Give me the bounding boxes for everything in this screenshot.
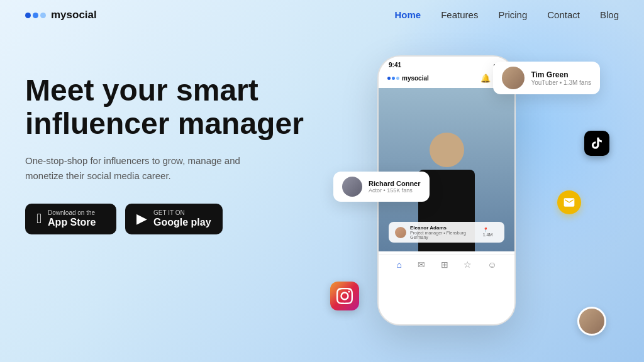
tim-name: Tim Green (531, 70, 591, 79)
richard-name: Richard Conner (369, 180, 421, 187)
googleplay-text: GET IT ON Google play (153, 210, 211, 228)
phone-nav-messages: ✉ (418, 260, 425, 270)
phone-logo-row: mysocial (387, 75, 429, 82)
logo[interactable]: mysocial (25, 9, 97, 21)
nav-contact[interactable]: Contact (547, 9, 580, 20)
phone-nav-bookmark: ☆ (464, 260, 472, 270)
navbar: mysocial Home Features Pricing Contact B… (0, 0, 644, 30)
phone-nav-grid: ⊞ (441, 260, 448, 270)
bottom-right-avatar (577, 307, 606, 336)
yellow-notification-badge (557, 190, 581, 214)
apple-icon:  (36, 212, 42, 226)
notif-followers: 📍 1.4M (483, 228, 498, 237)
phone-nav-profile: ☺ (487, 260, 496, 270)
hero-right: 9:41 ●●● mysocial 🔔 🔍 (327, 49, 619, 354)
tim-desc: YouTuber • 1.3M fans (531, 79, 591, 86)
notif-name: Eleanor Adams (410, 225, 479, 231)
notif-avatar (395, 227, 406, 238)
nav-features[interactable]: Features (441, 9, 478, 20)
appstore-button[interactable]:  Download on the App Store (25, 204, 116, 234)
nav-pricing[interactable]: Pricing (498, 9, 527, 20)
notif-info: Eleanor Adams Project manager • Flensbur… (410, 225, 479, 239)
hero-title: Meet your smart influencer manager (25, 74, 327, 141)
logo-dot-3 (40, 13, 46, 18)
instagram-badge (330, 282, 359, 310)
phone-content-image: Eleanor Adams Project manager • Flensbur… (379, 88, 514, 251)
phone-logo-dots (387, 77, 399, 80)
tim-avatar (502, 67, 525, 89)
phone-time: 9:41 (389, 62, 401, 69)
float-card-richard: Richard Conner Actor • 155K fans (333, 172, 430, 202)
hero-left: Meet your smart influencer manager One-s… (25, 49, 327, 234)
phone-dot-1 (387, 77, 391, 80)
logo-dot-2 (33, 13, 38, 18)
nav-blog[interactable]: Blog (600, 9, 619, 20)
notif-role: Project manager • Flensburg Germany (410, 231, 479, 239)
phone-bell-icon: 🔔 (480, 74, 491, 83)
hero-subtitle: One-stop-shop for influencers to grow, m… (25, 153, 245, 184)
nav-links: Home Features Pricing Contact Blog (395, 9, 619, 21)
logo-dot-1 (25, 13, 31, 18)
phone-notification-bar: Eleanor Adams Project manager • Flensbur… (389, 222, 504, 243)
tiktok-badge (584, 131, 609, 156)
float-card-tim: Tim Green YouTuber • 1.3M fans (493, 62, 600, 94)
richard-desc: Actor • 155K fans (369, 187, 421, 194)
richard-avatar (342, 177, 362, 197)
logo-text: mysocial (51, 9, 97, 21)
phone-dot-3 (396, 77, 399, 80)
hero-section: Meet your smart influencer manager One-s… (0, 30, 644, 354)
tim-info: Tim Green YouTuber • 1.3M fans (531, 70, 591, 86)
logo-icon (25, 13, 46, 18)
appstore-text: Download on the App Store (48, 210, 96, 228)
phone-app-name: mysocial (402, 75, 429, 82)
nav-home[interactable]: Home (395, 9, 421, 20)
phone-dot-2 (392, 77, 395, 80)
notif-stats: 📍 1.4M (483, 228, 498, 237)
googleplay-icon: ▶ (136, 212, 147, 226)
phone-bottom-nav: ⌂ ✉ ⊞ ☆ ☺ (379, 254, 514, 275)
googleplay-button[interactable]: ▶ GET IT ON Google play (125, 204, 223, 234)
phone-nav-home: ⌂ (396, 260, 401, 270)
richard-info: Richard Conner Actor • 155K fans (369, 180, 421, 194)
cta-buttons:  Download on the App Store ▶ GET IT ON … (25, 204, 327, 234)
